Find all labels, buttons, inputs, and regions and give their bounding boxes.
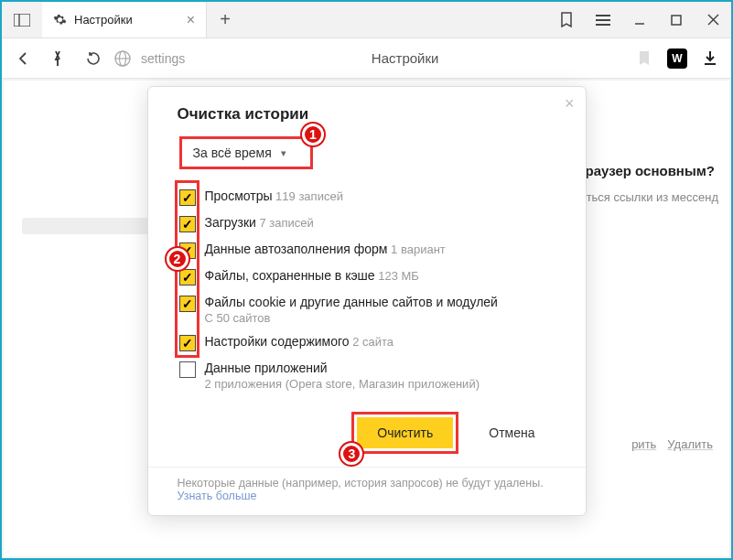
site-info-icon[interactable] (112, 48, 134, 70)
primary-button-highlight: Очистить (351, 412, 458, 454)
option-sublabel: 123 МБ (375, 269, 419, 283)
url-path: settings (137, 51, 185, 66)
option-label: Просмотры (205, 188, 273, 203)
footer-text: Некоторые данные (например, история запр… (178, 477, 544, 490)
downloads-icon[interactable] (695, 43, 726, 74)
option-row[interactable]: ✓Файлы cookie и другие данные сайтов и м… (179, 290, 556, 329)
time-range-select[interactable]: За всё время ▾ (179, 136, 313, 169)
sidebar-toggle-icon[interactable] (2, 2, 42, 38)
bookmark-ribbon-icon[interactable] (548, 12, 585, 28)
time-range-value: За всё время (193, 145, 272, 160)
menu-icon[interactable] (585, 14, 621, 27)
option-checkbox[interactable]: ✓ (179, 296, 196, 312)
minimize-button[interactable] (621, 14, 658, 27)
option-row[interactable]: ✓Настройки содержимого 2 сайта (179, 329, 556, 356)
bookmark-flag-icon[interactable] (629, 43, 660, 74)
annotation-marker-2: 2 (167, 248, 189, 270)
option-text: Настройки содержимого 2 сайта (205, 334, 394, 349)
learn-more-link[interactable]: Узнать больше (178, 490, 257, 502)
option-checkbox[interactable]: ✓ (179, 269, 196, 285)
url-page-title: Настройки (185, 50, 625, 66)
address-bar: settings Настройки W (2, 38, 731, 79)
svg-rect-6 (672, 16, 681, 25)
option-row[interactable]: ✓Файлы, сохраненные в кэше 123 МБ (179, 264, 556, 290)
option-label: Настройки содержимого (205, 334, 350, 349)
option-sublabel: 1 вариант (387, 242, 445, 256)
option-sublabel: 2 сайта (350, 335, 393, 349)
url-field[interactable]: settings Настройки (137, 43, 625, 74)
browser-tab[interactable]: Настройки × (42, 2, 207, 38)
clear-options-group: ✓Просмотры 119 записей✓Загрузки 7 записе… (179, 184, 556, 395)
option-text: Просмотры 119 записей (205, 188, 343, 203)
option-label: Файлы cookie и другие данные сайтов и мо… (205, 295, 498, 309)
chevron-down-icon: ▾ (281, 147, 286, 159)
option-row[interactable]: Данные приложений2 приложения (Opera sto… (179, 356, 556, 395)
option-text: Загрузки 7 записей (205, 215, 314, 230)
option-row[interactable]: ✓Просмотры 119 записей (179, 184, 556, 210)
annotation-marker-3: 3 (340, 443, 362, 465)
dialog-title: Очистка истории (178, 105, 556, 124)
title-bar: Настройки × + (2, 2, 731, 38)
option-label: Загрузки (205, 215, 256, 230)
browser-window: Настройки × + (0, 0, 733, 560)
clear-history-dialog: × Очистка истории За всё время ▾ 1 ✓Прос… (147, 86, 587, 516)
clear-button[interactable]: Очистить (357, 417, 453, 448)
option-sublabel: 2 приложения (Opera store, Магазин прило… (205, 377, 480, 391)
yandex-logo-icon[interactable] (42, 43, 73, 74)
vk-extension-icon[interactable]: W (662, 43, 693, 74)
option-label: Данные приложений (205, 361, 480, 375)
option-sublabel: 119 записей (273, 189, 343, 203)
option-sublabel: С 50 сайтов (205, 311, 498, 325)
maximize-button[interactable] (658, 15, 695, 26)
option-label: Данные автозаполнения форм (205, 242, 388, 256)
option-text: Данные приложений2 приложения (Opera sto… (205, 361, 480, 391)
option-text: Файлы cookie и другие данные сайтов и мо… (205, 295, 498, 325)
dialog-close-icon[interactable]: × (565, 94, 575, 113)
tab-close-icon[interactable]: × (187, 13, 195, 27)
option-row[interactable]: ✓Загрузки 7 записей (179, 210, 556, 237)
option-checkbox[interactable]: ✓ (179, 335, 196, 351)
option-row[interactable]: ✓Данные автозаполнения форм 1 вариант (179, 237, 556, 264)
window-close-button[interactable] (695, 14, 731, 26)
reload-button[interactable] (77, 43, 108, 74)
dialog-button-row: Очистить 3 Отмена (178, 412, 556, 454)
option-checkbox[interactable] (179, 361, 196, 378)
nav-back-button[interactable] (7, 43, 38, 74)
annotation-marker-1: 1 (302, 124, 324, 145)
dialog-footer: Некоторые данные (например, история запр… (148, 467, 586, 515)
option-sublabel: 7 записей (256, 216, 314, 230)
svg-rect-0 (14, 14, 30, 27)
modal-overlay: × Очистка истории За всё время ▾ 1 ✓Прос… (4, 81, 729, 556)
option-checkbox[interactable]: ✓ (179, 189, 196, 206)
tab-title: Настройки (74, 13, 133, 27)
option-text: Данные автозаполнения форм 1 вариант (205, 242, 446, 256)
option-label: Файлы, сохраненные в кэше (205, 268, 375, 283)
option-checkbox[interactable]: ✓ (179, 216, 196, 232)
new-tab-button[interactable]: + (207, 2, 243, 38)
option-text: Файлы, сохраненные в кэше 123 МБ (205, 268, 419, 283)
cancel-button[interactable]: Отмена (468, 412, 555, 454)
gear-icon (53, 13, 67, 27)
